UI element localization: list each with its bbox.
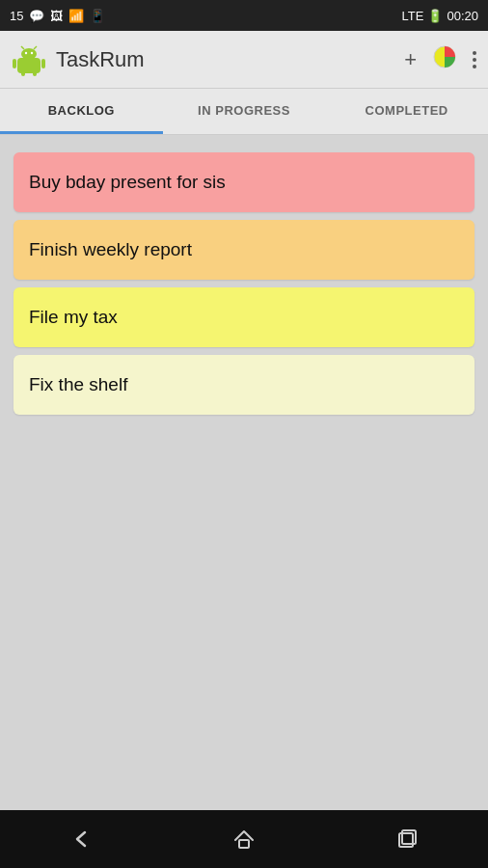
chart-icon bbox=[432, 44, 457, 69]
tab-bar: BACKLOG IN PROGRESS COMPLETED bbox=[0, 89, 488, 135]
svg-rect-11 bbox=[239, 840, 249, 848]
status-bar-right: LTE 🔋 00:20 bbox=[402, 9, 478, 23]
app-title: TaskRum bbox=[56, 47, 404, 72]
status-time-left: 15 bbox=[10, 9, 23, 23]
recent-icon bbox=[393, 826, 420, 853]
task-item[interactable]: Fix the shelf bbox=[14, 355, 474, 415]
svg-point-1 bbox=[21, 48, 37, 60]
app-bar: TaskRum + bbox=[0, 31, 488, 89]
svg-point-3 bbox=[31, 51, 33, 53]
task-item[interactable]: Finish weekly report bbox=[14, 220, 474, 280]
nav-bar bbox=[0, 810, 488, 868]
dot2 bbox=[473, 58, 476, 62]
app-bar-actions: + bbox=[404, 44, 476, 75]
app-logo bbox=[12, 42, 46, 77]
lte-label: LTE bbox=[402, 9, 424, 23]
back-button[interactable] bbox=[58, 820, 104, 858]
home-button[interactable] bbox=[221, 820, 267, 858]
svg-point-2 bbox=[25, 51, 27, 53]
home-icon bbox=[230, 826, 258, 853]
svg-rect-6 bbox=[13, 59, 16, 68]
tab-completed[interactable]: COMPLETED bbox=[325, 89, 488, 134]
tab-inprogress[interactable]: IN PROGRESS bbox=[163, 89, 326, 134]
image-icon: 🖼 bbox=[50, 9, 63, 23]
task-item[interactable]: File my tax bbox=[14, 287, 474, 347]
tab-backlog[interactable]: BACKLOG bbox=[0, 89, 163, 134]
svg-rect-8 bbox=[21, 71, 25, 76]
svg-rect-9 bbox=[33, 71, 37, 76]
dot3 bbox=[473, 65, 476, 68]
chart-button[interactable] bbox=[432, 44, 457, 75]
sim-icon: 📱 bbox=[90, 9, 105, 23]
svg-rect-7 bbox=[41, 59, 45, 68]
add-button[interactable]: + bbox=[404, 47, 417, 72]
status-bar: 15 💬 🖼 📶 📱 LTE 🔋 00:20 bbox=[0, 0, 488, 31]
dot1 bbox=[473, 51, 476, 55]
more-options-button[interactable] bbox=[473, 51, 476, 68]
wechat-icon: 💬 bbox=[29, 9, 44, 23]
signal-icon: 📶 bbox=[68, 9, 84, 23]
back-icon bbox=[68, 826, 95, 853]
battery-icon: 🔋 bbox=[427, 9, 443, 23]
svg-line-5 bbox=[34, 46, 37, 49]
recent-button[interactable] bbox=[384, 820, 430, 858]
clock: 00:20 bbox=[447, 9, 478, 23]
task-list: Buy bday present for sis Finish weekly r… bbox=[0, 135, 488, 810]
svg-line-4 bbox=[21, 46, 24, 49]
status-bar-left: 15 💬 🖼 📶 📱 bbox=[10, 9, 105, 23]
svg-rect-0 bbox=[17, 58, 41, 73]
task-item[interactable]: Buy bday present for sis bbox=[14, 152, 474, 212]
